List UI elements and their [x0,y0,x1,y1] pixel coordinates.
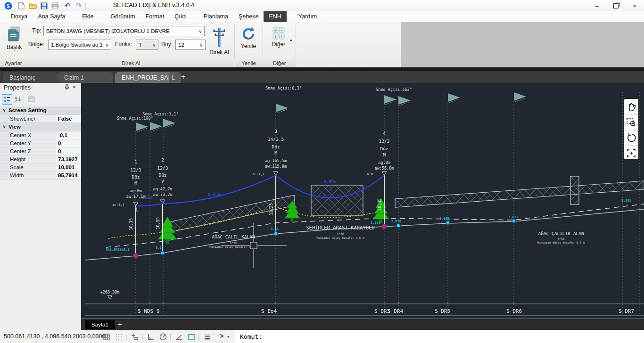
view-navigation-toolbar [624,99,638,159]
command-label: Komut: [240,333,262,340]
property-row-center-y[interactable]: Center Y0 [0,139,81,147]
station-label: S_DR7 [619,308,634,314]
cad-canvas[interactable]: Snme Açısı:180° Snme Açısı:1,1° Snme Açı… [81,83,644,318]
menu-cikti[interactable]: Çıktı [169,11,192,22]
property-value[interactable]: 0 [56,147,81,155]
chevron-down-icon: ∨ [103,42,111,48]
group-label-direk-al: Direk Al [27,59,234,67]
profile-drawing[interactable]: Snme Açısı:180° Snme Açısı:1,1° Snme Açı… [81,83,644,318]
pole-dir: Düz [380,146,388,151]
tip-combobox[interactable]: BETON 3AWG (MESNET) İZOLATÖRLÜ 1 DEVRE ∨ [43,26,205,36]
pole-a: a:-0,7 [113,203,124,207]
property-row-width[interactable]: Width85,7914 [0,172,81,180]
property-value[interactable]: False [56,115,81,122]
tree-area-sub1: t=3m [558,237,565,240]
category-view[interactable]: ∨View [0,123,81,131]
obstacle-block [311,185,363,215]
menu-gorunum[interactable]: Görünüm [105,11,140,22]
menu-format[interactable]: Format [140,11,170,22]
diger-dropdown-icon[interactable]: ▾ [290,38,292,43]
undo-view-icon[interactable] [624,130,638,145]
sheet-tab-sayfa1[interactable]: Sayfa1 [85,320,115,329]
flag-icon [136,122,148,132]
tab-cizim1[interactable]: Cizim 1 [58,72,113,83]
pan-hand-icon[interactable] [624,99,638,114]
property-value[interactable]: 0 [56,139,81,147]
fonks-combobox[interactable]: T ∨ [136,40,158,50]
menu-planlama[interactable]: Planlama [198,11,233,22]
yenile-button[interactable]: Yenile [236,27,261,49]
close-button[interactable]: × [625,0,644,11]
categorized-view-icon[interactable] [2,94,12,105]
property-key: ShowLine\ [8,115,56,122]
alphabetical-sort-icon[interactable]: AZ [13,94,23,104]
property-row-center-z[interactable]: Center Z0 [0,147,81,155]
baslik-button[interactable]: Başlık [4,26,25,50]
object-snap-icon[interactable] [130,332,140,342]
selection-window-icon[interactable] [187,332,196,342]
direk-al-button[interactable]: Direk Al [206,27,232,56]
pin-icon[interactable] [64,84,70,92]
property-row-height[interactable]: Height73,1927 [0,155,81,163]
road-band [395,181,644,207]
menu-sebeke[interactable]: Şebeke [233,11,264,22]
zoom-window-icon[interactable] [624,114,638,130]
properties-panel: Properties × AZ ∨Screen Setting ShowLine… [0,83,82,330]
redo-icon[interactable]: ↷ [74,1,83,10]
menu-yardim[interactable]: Yardım [293,11,322,22]
category-screen-setting[interactable]: ∨Screen Setting [0,106,81,115]
tab-partial[interactable]: L [169,72,181,83]
pole-a: a:0 [367,172,373,176]
command-input[interactable]: Komut: [235,330,644,343]
ortho-icon[interactable] [146,332,156,342]
diger-button[interactable]: + - x + Diğer [265,27,292,48]
command-prompt-icon[interactable]: > [220,332,223,340]
boy-combobox[interactable]: 12 ∨ [175,40,206,50]
property-value[interactable]: 10,001 [56,163,81,171]
station-labels: S_NDS_9 S_Eo4 S_DR3 S_DR4 S_DR5 S_DR6 S_… [138,308,634,314]
grid-icon[interactable] [102,332,111,342]
refresh-icon [241,27,256,41]
menu-dosya[interactable]: Dosya [6,11,33,22]
ribbon-groups-area: Başlık Tip: BETON 3AWG (MESNET) İZOLATÖR… [0,22,401,67]
print-icon[interactable] [51,1,59,10]
menu-enh[interactable]: ENH [264,11,286,22]
property-key: Height [8,155,56,163]
anchor-point-red [133,253,138,258]
save-icon[interactable] [40,1,48,10]
tab-label: Cizim 1 [64,74,84,81]
tab-baslangic[interactable]: Başlangıç [3,72,58,83]
bolge-combobox[interactable]: 1.Bölge Swallow ao:15 ∨ [48,40,111,50]
zoom-extents-icon[interactable] [624,145,638,161]
property-value[interactable]: 85,7914 [56,172,81,179]
snap-grid-icon[interactable] [114,332,124,342]
maximize-button[interactable] [606,0,625,11]
property-row-showline[interactable]: ShowLine\False [0,115,81,123]
property-row-scale[interactable]: Scale10,001 [0,163,81,172]
property-row-center-x[interactable]: Center X-0,1 [0,131,81,139]
add-sheet-button[interactable]: + [118,320,122,328]
close-panel-icon[interactable]: × [73,84,76,90]
prompt-dropdown-icon[interactable]: ▾ [227,335,229,339]
property-value[interactable]: 73,1927 [56,155,81,163]
open-folder-icon[interactable] [28,1,37,10]
add-tab-button[interactable]: + [181,73,185,81]
point-label: 3,045 [439,217,449,220]
menu-ana-sayfa[interactable]: Ana Sayfa [33,11,70,22]
angle-snap-icon[interactable] [174,332,184,342]
lineweight-icon[interactable] [203,332,212,342]
sag-label: 6,09m [323,180,336,184]
diger-label: Diğer [272,41,286,48]
pole-func: M [274,150,277,155]
status-bar: 500.061,4130 , 4.096.540,2003 0,0000 | |… [0,330,644,343]
station-guide-lines [136,92,640,316]
angle-label: Snme Açısı:180° [117,116,153,121]
minimize-button[interactable]: – [587,0,606,11]
property-value[interactable]: -0,1 [56,131,81,139]
pole-height: 10,55 [156,217,160,229]
angle-label: Snme Açısı:162° [376,87,412,92]
polar-tracking-icon[interactable] [158,332,168,342]
undo-icon[interactable]: ↶ [63,1,72,10]
menu-ekle[interactable]: Ekle [77,11,99,22]
new-file-icon[interactable] [17,1,25,10]
